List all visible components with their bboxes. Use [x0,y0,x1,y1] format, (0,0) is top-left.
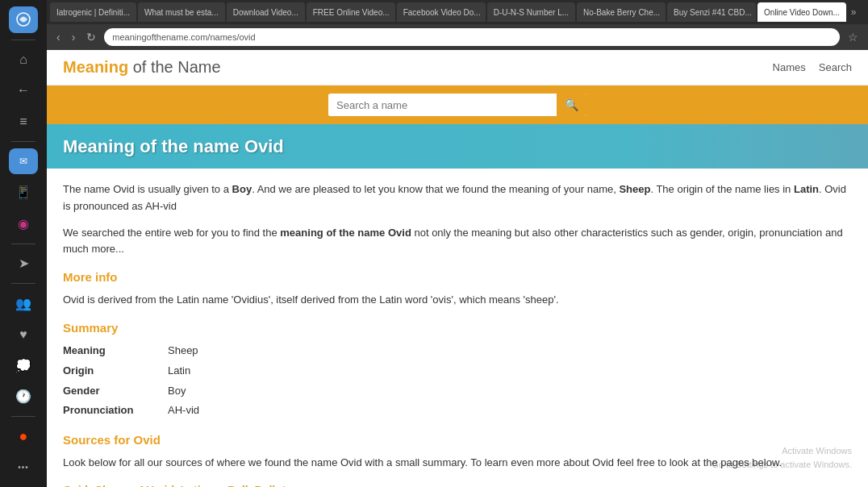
nav-search[interactable]: Search [819,61,852,73]
browser-sidebar: ⌂ ← ≡ ✉ 📱 ◉ ➤ 👥 ♥ 💭 🕐 ● ••• [0,0,47,487]
logo-meaning: Meaning [63,58,128,76]
header-nav: Names Search [773,61,852,73]
site-logo: Meaning of the Name [63,58,221,77]
divider-3 [11,244,35,244]
summary-label-gender: Gender [63,383,168,400]
summary-row-origin: Origin Latin [63,363,852,380]
tab-nobake[interactable]: No-Bake Berry Che... [577,2,666,22]
tab-facebook-video[interactable]: Facebook Video Do... [397,2,486,22]
hero-banner: Meaning of the name Ovid [47,124,868,169]
refresh-button[interactable]: ↻ [83,29,99,45]
url-text: meaningofthename.com/names/ovid [112,32,255,42]
article-intro: The name Ovid is usually given to a Boy.… [63,181,852,215]
group-icon[interactable]: 👥 [9,290,38,317]
summary-row-pronunciation: Pronunciation AH-vid [63,402,852,419]
whatsapp-icon[interactable]: 📱 [9,179,38,206]
summary-label-pronunciation: Pronunciation [63,402,168,419]
summary-value-gender: Boy [168,383,186,400]
more-info-text: Ovid is derived from the Latin name 'Ovi… [63,292,852,309]
source1-link[interactable]: Ovid- Sheep., AH-vid, Latin on BellyBall… [63,481,852,487]
article-search-text: We searched the entire web for you to fi… [63,225,852,259]
summary-row-meaning: Meaning Sheep [63,343,852,360]
tab-download-video[interactable]: Download Video... [227,2,305,22]
page-title: Meaning of the name Ovid [63,136,284,157]
divider-5 [11,416,35,417]
summary-label-origin: Origin [63,363,168,380]
tab-what-must[interactable]: What must be esta... [138,2,225,22]
summary-label-meaning: Meaning [63,343,168,360]
chat-bubble-icon[interactable]: 💭 [9,352,38,379]
menu-lines-icon[interactable]: ≡ [9,109,38,135]
clock-icon[interactable]: 🕐 [9,383,38,410]
summary-row-gender: Gender Boy [63,383,852,400]
divider-1 [11,40,35,40]
nav-names[interactable]: Names [773,61,806,73]
tab-online-video[interactable]: Online Video Down... [757,2,846,22]
address-bar: ‹ › ↻ meaningofthename.com/names/ovid ☆ [47,24,868,50]
divider-4 [11,283,35,284]
tab-iatrogenic[interactable]: Iatrogenic | Definiti... [50,2,136,22]
summary-table: Meaning Sheep Origin Latin Gender Boy Pr… [63,343,852,419]
reddit-icon[interactable]: ● [9,423,38,450]
site-header: Meaning of the Name Names Search [47,50,868,85]
search-input[interactable] [328,94,557,116]
summary-value-meaning: Sheep [168,343,198,360]
tab-bar: Iatrogenic | Definiti... What must be es… [47,0,868,24]
tab-buy-senzi[interactable]: Buy Senzi #41 CBD... [667,2,756,22]
send-icon[interactable]: ➤ [9,250,38,277]
messenger-icon[interactable]: ✉ [9,148,38,175]
bookmark-icon[interactable]: ☆ [845,29,862,45]
more-info-title: More info [63,268,852,287]
hero-background [626,124,868,169]
search-wrap: 🔍 [328,94,586,116]
search-banner: 🔍 [47,85,868,124]
tab-duns[interactable]: D-U-N-S Number L... [487,2,575,22]
more-options-icon[interactable]: ••• [9,454,38,481]
forward-button[interactable]: › [69,29,79,45]
sources-title: Sources for Ovid [63,431,852,450]
tab-free-online[interactable]: FREE Online Video... [307,2,395,22]
tab-more-button[interactable]: » [848,6,860,18]
instagram-icon[interactable]: ◉ [9,210,38,237]
sources-intro: Look below for all our sources of where … [63,455,852,472]
search-button[interactable]: 🔍 [557,94,586,116]
back-nav-icon[interactable]: ← [9,77,38,104]
page-content[interactable]: Meaning of the Name Names Search 🔍 Meani… [47,50,868,487]
home-icon[interactable]: ⌂ [9,46,38,73]
summary-value-origin: Latin [168,363,190,380]
back-button[interactable]: ‹ [53,29,64,45]
logo-rest: of the Name [128,58,221,76]
heart-icon[interactable]: ♥ [9,321,38,348]
url-input[interactable]: meaningofthename.com/names/ovid [104,28,840,46]
article-content: The name Ovid is usually given to a Boy.… [47,169,868,487]
browser-main: Iatrogenic | Definiti... What must be es… [47,0,868,487]
summary-title: Summary [63,318,852,338]
summary-value-pronunciation: AH-vid [168,402,199,419]
browser-logo-icon[interactable] [9,6,38,33]
divider-2 [11,141,35,142]
